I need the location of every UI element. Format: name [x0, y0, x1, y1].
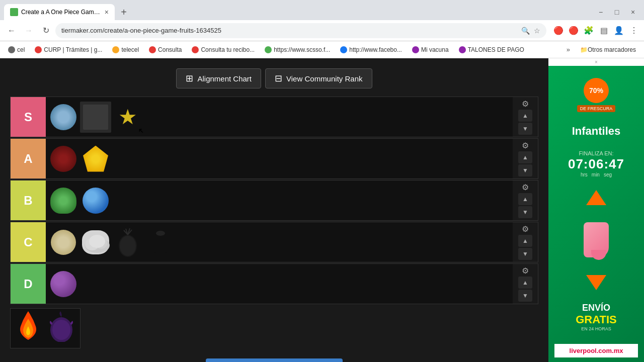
bookmark-recibo[interactable]: Consulta tu recibo... — [188, 45, 259, 54]
bookmark-label: Consulta — [158, 46, 182, 53]
ad-title: Infantiles — [572, 125, 621, 138]
list-item[interactable]: ★ ↖ — [112, 102, 143, 133]
back-button[interactable]: ← — [4, 23, 19, 38]
tier-items-B[interactable] — [46, 180, 513, 220]
tier-items-S[interactable]: ★ ↖ — [46, 97, 513, 137]
list-item[interactable] — [112, 227, 143, 258]
bookmark-label: cel — [17, 46, 25, 53]
search-icon[interactable]: 🔍 — [521, 27, 530, 35]
tier-row-D: D ⚙ ▲ ▼ — [10, 263, 538, 304]
list-item[interactable] — [48, 102, 79, 133]
list-item[interactable] — [80, 185, 111, 216]
tier-up-button[interactable]: ▲ — [518, 277, 532, 289]
tier-up-button[interactable]: ▲ — [518, 110, 532, 122]
profile-icon[interactable]: 👤 — [613, 25, 625, 37]
bookmark-star-icon[interactable]: ☆ — [534, 27, 540, 35]
tier-controls-C: ⚙ ▲ ▼ — [513, 222, 538, 262]
bookmark-favicon — [459, 46, 466, 53]
bookmark-favicon — [8, 46, 15, 53]
blue-ball-fruit-icon — [83, 188, 109, 214]
extension-3[interactable]: 🧩 — [583, 25, 595, 37]
tier-settings-icon[interactable]: ⚙ — [522, 141, 529, 150]
address-bar-icons: 🔍 ☆ — [521, 27, 540, 35]
ad-label: × — [548, 58, 644, 66]
tier-S-text: S — [24, 110, 32, 124]
alignment-chart-icon: ⊞ — [186, 73, 193, 84]
community-rank-button[interactable]: ⊟ View Community Rank — [265, 68, 372, 88]
tier-D-text: D — [24, 277, 32, 291]
tier-down-button[interactable]: ▼ — [518, 248, 532, 260]
bookmark-consulta[interactable]: Consulta — [145, 45, 186, 54]
tier-label-D: D — [11, 264, 46, 304]
list-item[interactable] — [144, 227, 176, 258]
bookmark-telecel[interactable]: telecel — [108, 45, 143, 54]
save-download-button[interactable]: Save/Download — [206, 358, 343, 362]
bookmark-curp[interactable]: CURP | Trámites | g... — [31, 45, 106, 54]
list-item[interactable] — [13, 311, 44, 342]
tier-down-button[interactable]: ▼ — [518, 206, 532, 218]
bookmark-label: TALONES DE PAGO — [468, 46, 524, 53]
bookmark-facebook[interactable]: http://www.facebo... — [336, 45, 406, 54]
tier-C-text: C — [24, 235, 32, 249]
forward-button[interactable]: → — [21, 23, 36, 38]
ad-site-label: liverpool.com.mx — [570, 347, 623, 354]
ice-fruit-icon — [50, 104, 76, 130]
tier-down-button[interactable]: ▼ — [518, 290, 532, 302]
purple-ball-fruit-icon — [50, 271, 76, 297]
bookmark-scsso[interactable]: https://www.scsso.f... — [261, 45, 334, 54]
bookmark-cel[interactable]: cel — [4, 45, 29, 54]
list-item[interactable] — [48, 268, 79, 300]
tier-settings-icon[interactable]: ⚙ — [522, 183, 529, 192]
tier-controls-A: ⚙ ▲ ▼ — [513, 139, 538, 178]
tier-down-button[interactable]: ▼ — [518, 123, 532, 135]
folder-icon: 📁 — [580, 46, 588, 53]
list-item[interactable] — [80, 227, 111, 258]
tier-row-A: A ⚙ ▲ ▼ — [10, 138, 538, 179]
list-item[interactable] — [48, 143, 79, 174]
extension-1[interactable]: 🔴 — [552, 25, 565, 37]
dark-red-fruit-icon — [50, 146, 76, 172]
tier-controls-D: ⚙ ▲ ▼ — [513, 264, 538, 304]
list-item[interactable] — [46, 311, 77, 342]
tier-up-button[interactable]: ▲ — [518, 235, 532, 247]
bookmark-label: http://www.facebo... — [349, 46, 402, 53]
window-controls: − □ × — [594, 5, 644, 19]
ad-delivery-label: EN 24 HORAS — [576, 326, 616, 331]
ad-footer[interactable]: liverpool.com.mx — [554, 344, 638, 357]
bookmark-talones[interactable]: TALONES DE PAGO — [455, 45, 528, 54]
tier-down-button[interactable]: ▼ — [518, 164, 532, 176]
tier-settings-icon[interactable]: ⚙ — [522, 99, 529, 109]
tab-close-btn[interactable]: × — [105, 8, 109, 16]
tier-items-C[interactable] — [46, 222, 513, 262]
bookmark-folder-otros[interactable]: 📁 Otros marcadores — [576, 45, 640, 54]
ad-shipping-section: ENVÍO GRATIS EN 24 HORAS — [576, 303, 616, 331]
tier-up-button[interactable]: ▲ — [518, 151, 532, 163]
bookmark-vacuna[interactable]: Mi vacuna — [408, 45, 453, 54]
maximize-button[interactable]: □ — [610, 5, 624, 19]
bookmarks-more-button[interactable]: » — [562, 45, 574, 54]
unit-min: min — [592, 172, 600, 177]
list-item[interactable] — [48, 185, 79, 216]
close-window-button[interactable]: × — [626, 5, 640, 19]
unranked-area[interactable] — [10, 308, 538, 348]
bookmark-favicon — [149, 46, 156, 53]
minimize-button[interactable]: − — [594, 5, 608, 19]
alignment-chart-button[interactable]: ⊞ Alignment Chart — [176, 68, 261, 88]
list-item[interactable] — [48, 227, 79, 258]
list-item[interactable] — [80, 102, 111, 133]
tier-settings-icon[interactable]: ⚙ — [522, 224, 529, 234]
extension-2[interactable]: 🔴 — [568, 25, 580, 37]
tier-up-button[interactable]: ▲ — [518, 193, 532, 205]
address-bar[interactable]: tiermaker.com/create/a-one-piece-game-fr… — [55, 23, 546, 38]
tier-settings-icon[interactable]: ⚙ — [522, 266, 529, 276]
tier-items-A[interactable] — [46, 139, 513, 178]
list-item[interactable] — [80, 143, 111, 174]
sidebar-icon[interactable]: ▤ — [598, 25, 610, 37]
new-tab-button[interactable]: + — [117, 5, 131, 19]
tier-items-D[interactable] — [46, 264, 513, 304]
unit-seg: seg — [604, 172, 612, 177]
reload-button[interactable]: ↻ — [38, 23, 53, 38]
svg-point-8 — [52, 320, 70, 340]
active-tab[interactable]: Create a A One Piece Game Fruit... × — [4, 4, 115, 20]
menu-icon[interactable]: ⋮ — [628, 25, 640, 37]
